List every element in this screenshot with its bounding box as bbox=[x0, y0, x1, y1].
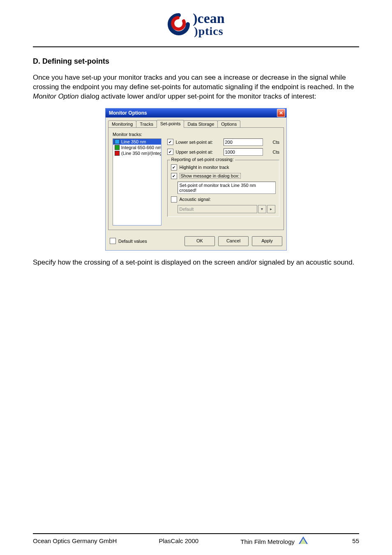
tabs: Monitoring Tracks Set-points Data Storag… bbox=[106, 117, 286, 128]
apply-button[interactable]: Apply bbox=[252, 236, 282, 246]
swirl-icon bbox=[167, 13, 190, 36]
footer-right: Thin Film Metrology bbox=[240, 537, 310, 545]
acoustic-combo[interactable]: Default bbox=[178, 205, 257, 213]
header-rule bbox=[33, 46, 359, 47]
triangle-icon bbox=[299, 537, 308, 545]
upper-setpoint-input[interactable]: 1000 bbox=[224, 148, 263, 156]
logo: )cean )ptics bbox=[33, 12, 359, 37]
default-values-checkbox[interactable] bbox=[110, 238, 116, 244]
cancel-button[interactable]: Cancel bbox=[218, 236, 249, 246]
show-message-label: Show message in dialog box: bbox=[180, 173, 241, 179]
page-number: 55 bbox=[352, 537, 359, 544]
tab-options[interactable]: Options bbox=[217, 120, 240, 128]
closing-paragraph: Specify how the crossing of a set-point … bbox=[33, 258, 359, 267]
tab-tracks[interactable]: Tracks bbox=[136, 120, 157, 128]
section-heading: D. Defining set-points bbox=[33, 57, 359, 66]
upper-setpoint-label: Upper set-point at: bbox=[176, 150, 221, 154]
acoustic-label: Acoustic signal: bbox=[180, 197, 211, 202]
monitor-tracks-label: Monitor tracks: bbox=[113, 132, 279, 137]
ok-button[interactable]: OK bbox=[184, 236, 215, 246]
highlight-checkbox[interactable]: ✔ bbox=[171, 164, 177, 170]
titlebar[interactable]: Monitor Options ✕ bbox=[106, 108, 286, 117]
list-item[interactable]: Line 350 nm bbox=[113, 139, 161, 145]
list-item[interactable]: Integral 650-660 nm bbox=[113, 145, 161, 150]
monitor-options-dialog: Monitor Options ✕ Monitoring Tracks Set-… bbox=[105, 108, 287, 251]
logo-line1: )cean bbox=[193, 12, 224, 25]
lower-setpoint-label: Lower set-point at: bbox=[176, 140, 221, 145]
list-item[interactable]: (Line 350 nm)/(Integr bbox=[113, 150, 161, 156]
intro-paragraph: Once you have set-up your monitor tracks… bbox=[33, 73, 359, 101]
acoustic-checkbox[interactable] bbox=[171, 196, 177, 203]
page-footer: Ocean Optics Germany GmbH PlasCalc 2000 … bbox=[33, 533, 359, 545]
tab-data-storage[interactable]: Data Storage bbox=[184, 120, 218, 128]
default-values-label: Default values bbox=[118, 239, 147, 244]
footer-center: PlasCalc 2000 bbox=[159, 537, 198, 544]
lower-setpoint-checkbox[interactable]: ✔ bbox=[167, 139, 173, 145]
highlight-label: Highlight in monitor track bbox=[180, 165, 229, 170]
play-icon[interactable]: ▸ bbox=[267, 205, 275, 213]
dialog-title: Monitor Options bbox=[109, 110, 147, 116]
tab-set-points[interactable]: Set-points bbox=[157, 120, 184, 128]
message-text-input[interactable]: Set-point of monitor track Line 350 nm c… bbox=[178, 182, 276, 194]
upper-setpoint-unit: Cts bbox=[273, 150, 280, 154]
footer-left: Ocean Optics Germany GmbH bbox=[33, 537, 117, 544]
lower-setpoint-input[interactable]: 200 bbox=[224, 138, 263, 146]
logo-line2: )ptics bbox=[193, 25, 224, 37]
close-icon[interactable]: ✕ bbox=[277, 109, 285, 117]
reporting-groupbox: Reporting of set-point crossing: ✔ Highl… bbox=[167, 160, 280, 217]
upper-setpoint-checkbox[interactable]: ✔ bbox=[167, 149, 173, 155]
reporting-legend: Reporting of set-point crossing: bbox=[170, 157, 235, 162]
lower-setpoint-unit: Cts bbox=[273, 140, 280, 145]
monitor-tracks-list[interactable]: Line 350 nm Integral 650-660 nm (Line 35… bbox=[113, 138, 161, 226]
tab-monitoring[interactable]: Monitoring bbox=[108, 120, 136, 128]
chevron-down-icon[interactable]: ▾ bbox=[258, 205, 266, 213]
show-message-checkbox[interactable]: ✔ bbox=[171, 173, 177, 179]
